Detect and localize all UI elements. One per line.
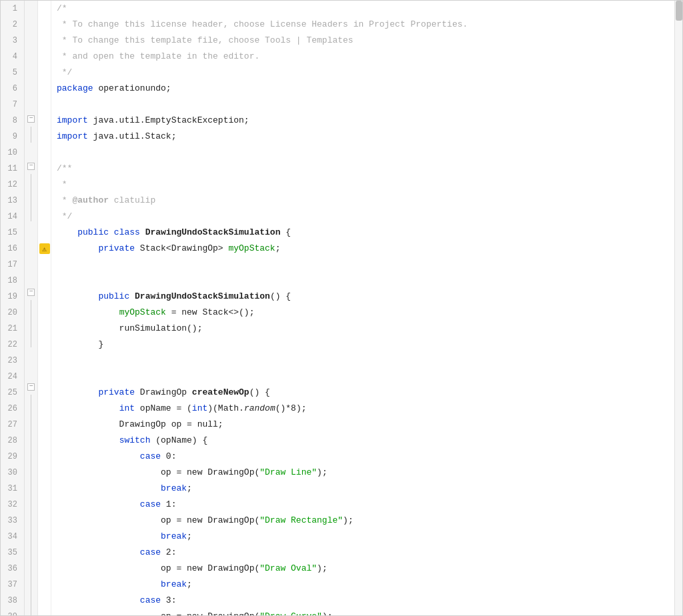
- icon-cell-8: [38, 113, 51, 129]
- token: import: [57, 129, 93, 145]
- code-line-18: [51, 273, 674, 289]
- icon-cell-39: [38, 609, 51, 615]
- fold-minus-icon[interactable]: −: [27, 383, 35, 391]
- icon-cell-37: [38, 577, 51, 593]
- line-number-9: 9: [1, 129, 20, 145]
- line-number-34: 34: [1, 529, 20, 545]
- line-number-5: 5: [1, 65, 20, 81]
- icon-cell-4: [38, 49, 51, 65]
- code-line-35: case 2:: [51, 545, 674, 561]
- fold-minus-icon[interactable]: −: [27, 163, 35, 170]
- fold-cell-9: [31, 127, 37, 143]
- line-number-39: 39: [1, 609, 20, 615]
- fold-cell-11[interactable]: −: [25, 158, 37, 174]
- token: [57, 545, 140, 561]
- line-number-32: 32: [1, 497, 20, 513]
- fold-cell-29: [31, 442, 37, 458]
- fold-cell-35: [31, 537, 37, 553]
- fold-gutter[interactable]: −−−−: [25, 1, 38, 615]
- code-line-33: op = new DrawingOp("Draw Rectangle");: [51, 513, 674, 529]
- icon-cell-31: [38, 481, 51, 497]
- fold-cell-19[interactable]: −: [25, 285, 37, 301]
- code-line-10: [51, 145, 674, 161]
- token: case: [140, 545, 166, 561]
- code-line-5: */: [51, 65, 674, 81]
- token: 1:: [166, 497, 177, 513]
- icon-cell-26: [38, 401, 51, 417]
- icon-cell-16: ⚠: [38, 241, 51, 257]
- line-number-33: 33: [1, 513, 20, 529]
- code-line-27: DrawingOp op = null;: [51, 417, 674, 433]
- line-number-14: 14: [1, 209, 20, 225]
- token: [57, 449, 140, 465]
- token: /**: [57, 161, 72, 177]
- token: int: [119, 401, 140, 417]
- fold-minus-icon[interactable]: −: [27, 289, 35, 296]
- line-number-17: 17: [1, 257, 20, 273]
- fold-cell-39: [31, 599, 37, 615]
- icon-cell-25: [38, 385, 51, 401]
- code-content: /* * To change this license header, choo…: [51, 1, 674, 615]
- fold-cell-7: [25, 95, 37, 111]
- token: DrawingUndoStackSimulation: [135, 289, 270, 305]
- token: case: [140, 497, 166, 513]
- icon-cell-3: [38, 33, 51, 49]
- code-line-31: break;: [51, 481, 674, 497]
- token: private: [57, 385, 140, 401]
- token: [57, 577, 161, 593]
- line-number-10: 10: [1, 145, 20, 161]
- token: runSimulation();: [57, 321, 202, 337]
- fold-cell-33: [31, 505, 37, 521]
- token: * To change this license header, choose …: [57, 17, 468, 33]
- code-line-20: myOpStack = new Stack<>();: [51, 305, 674, 321]
- icon-cell-28: [38, 433, 51, 449]
- fold-cell-25[interactable]: −: [25, 379, 37, 395]
- token: ;: [187, 577, 192, 593]
- icon-cell-14: [38, 209, 51, 225]
- line-number-27: 27: [1, 417, 20, 433]
- code-line-22: }: [51, 337, 674, 353]
- line-number-16: 16: [1, 241, 20, 257]
- icon-gutter: ⚠: [38, 1, 51, 615]
- token: Stack<DrawingOp>: [140, 241, 229, 257]
- icon-cell-7: [38, 97, 51, 113]
- icon-cell-13: [38, 193, 51, 209]
- code-line-23: [51, 353, 674, 369]
- icon-cell-9: [38, 129, 51, 145]
- code-line-1: /*: [51, 1, 674, 17]
- token: public: [57, 225, 114, 241]
- token: break: [161, 577, 187, 593]
- icon-cell-6: [38, 81, 51, 97]
- line-number-4: 4: [1, 49, 20, 65]
- icon-cell-38: [38, 593, 51, 609]
- token: operationundo;: [98, 81, 171, 97]
- code-line-2: * To change this license header, choose …: [51, 17, 674, 33]
- code-line-8: import java.util.EmptyStackException;: [51, 113, 674, 129]
- icon-cell-19: [38, 289, 51, 305]
- icon-cell-36: [38, 561, 51, 577]
- fold-cell-21: [31, 316, 37, 332]
- icon-cell-27: [38, 417, 51, 433]
- fold-cell-8[interactable]: −: [25, 111, 37, 127]
- fold-cell-3: [25, 32, 37, 48]
- fold-minus-icon[interactable]: −: [27, 115, 35, 123]
- code-line-6: package operationundo;: [51, 81, 674, 97]
- icon-cell-15: [38, 225, 51, 241]
- icon-cell-29: [38, 449, 51, 465]
- icon-cell-18: [38, 273, 51, 289]
- line-number-38: 38: [1, 593, 20, 609]
- fold-cell-28: [31, 426, 37, 442]
- code-line-38: case 3:: [51, 593, 674, 609]
- scrollbar-thumb[interactable]: [676, 1, 682, 21]
- fold-cell-12: [31, 174, 37, 190]
- token: */: [57, 209, 72, 225]
- icon-cell-20: [38, 305, 51, 321]
- icon-cell-21: [38, 321, 51, 337]
- token: [57, 433, 119, 449]
- icon-cell-22: [38, 337, 51, 353]
- code-line-16: private Stack<DrawingOp> myOpStack;: [51, 241, 674, 257]
- icon-cell-34: [38, 529, 51, 545]
- token: *: [57, 177, 67, 193]
- line-number-18: 18: [1, 273, 20, 289]
- scrollbar[interactable]: [674, 1, 682, 615]
